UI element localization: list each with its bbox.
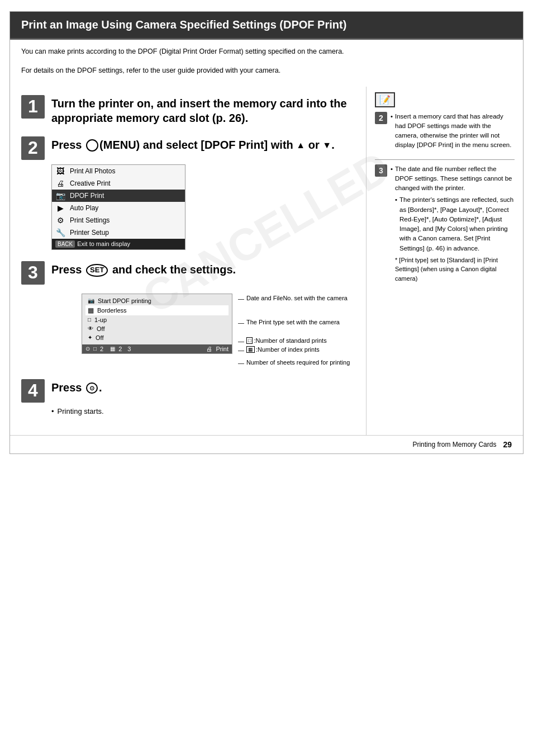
step-4-sub: • Printing starts. [51,407,355,415]
step-4-press: Press [51,381,85,394]
dpof-opt-icon: ✦ [88,334,92,341]
printer-setup-icon: 🔧 [55,228,65,237]
dpof-screen: 📷 Start DPOF printing ▦ Borderless □ [51,289,232,358]
ann-standard-text: :Number of standard prints [254,337,326,344]
dpof-standard-count: 2 [100,346,103,352]
creative-icon: 🖨 [55,179,65,188]
dpof-index-count: 2 [118,346,122,352]
right-step-3-number: 3 [375,164,387,177]
step-2-block: 2 Press (MENU) and select [DPOF Print] w… [21,136,355,250]
step-2-or: or [308,139,320,151]
dpof-off2-row: ✦ Off [85,333,229,342]
right-step-2-block: 2 Insert a memory card that has already … [375,112,515,153]
step-1-text: Turn the printer on, and insert the memo… [51,95,355,125]
step-3-number: 3 [21,261,45,285]
menu-item-printer-setup: 🔧 Printer Setup [52,226,185,239]
ann-dash-4: — [238,347,244,353]
footer-page-number: 29 [503,440,512,449]
ann-print-type: — The Print type set with the camera [238,319,355,326]
menu-back-row: BACK Exit to main display [52,239,185,249]
step-3-block: 3 Press SET and check the settings. 📷 [21,261,355,368]
dpof-borderless-icon: ▦ [88,306,94,314]
menu-item-print-settings: ⚙ Print Settings [52,214,185,226]
right-step-3-content: The date and file number reflect the DPO… [391,164,515,286]
ann-print-type-text: The Print type set with the camera [246,319,340,325]
triangle-down-icon: ▼ [322,140,331,152]
right-step-3-block: 3 The date and file number reflect the D… [375,164,515,286]
menu-item-printer-setup-label: Printer Setup [70,229,109,237]
step-3-text: Press SET and check the settings. [51,261,236,277]
ann-date-text: Date and FileNo. set with the camera [246,295,348,301]
right-step-3-sub-bullet-1: The printer's settings are reflected, su… [391,195,515,253]
step-4-text: Press ⊙. [51,379,102,395]
menu-back-text: Exit to main display [77,240,130,247]
ann-index-text: :Number of index prints [256,346,320,353]
dpof-start-label: Start DPOF printing [98,297,151,304]
menu-item-print-all: 🖼 Print All Photos [52,165,185,177]
step-4-header: 4 Press ⊙. [21,379,355,403]
dpof-redeye-icon: 👁 [88,325,93,332]
main-content: 1 Turn the printer on, and insert the me… [10,87,523,435]
step-4-end: . [99,381,102,394]
right-step-2-content: Insert a memory card that has already ha… [391,112,515,153]
ann-index-icon: ▦ [246,346,255,353]
intro-line-2: For details on the DPOF settings, refer … [21,65,512,76]
step-1-header: 1 Turn the printer on, and insert the me… [21,95,355,125]
dpof-screen-inner: 📷 Start DPOF printing ▦ Borderless □ [82,294,232,344]
right-step-3-text-1: The date and file number reflect the DPO… [395,164,515,193]
dpof-1up-icon: □ [88,316,91,323]
dpof-1up-row: □ 1-up [85,315,229,324]
dpof-off2-label: Off [96,334,103,341]
menu-mockup: 🖼 Print All Photos 🖨 Creative Print 📷 DP… [51,164,185,250]
intro-section: You can make prints according to the DPO… [10,40,523,87]
page-title: Print an Image Using Camera Specified Se… [21,18,512,31]
menu-item-dpof-label: DPOF Print [70,192,104,200]
ann-dash-2: — [238,319,244,326]
menu-item-creative-label: Creative Print [70,179,111,187]
dpof-circle-left-icon: ⊙ [85,346,90,352]
step-2-end: . [331,139,335,151]
note-icon-box: 📝 [375,92,395,107]
right-step-3-bullet-1: The date and file number reflect the DPO… [391,164,515,193]
menu-item-dpof: 📷 DPOF Print [52,190,185,202]
dpof-print-btn-label: Print [216,346,229,352]
ann-sheets-text: Number of sheets required for printing [246,359,350,366]
dpof-title-row: 📷 Start DPOF printing [85,296,229,305]
print-all-icon: 🖼 [55,167,65,176]
ann-dash-5: — [238,360,244,366]
step-4-number: 4 [21,379,45,403]
left-column: 1 Turn the printer on, and insert the me… [10,87,367,435]
autoplay-icon: ▶ [55,204,65,212]
menu-circle-icon [86,139,98,152]
step-2-text: Press (MENU) and select [DPOF Print] wit… [51,136,335,152]
ann-index: — ▦ :Number of index prints [238,346,355,353]
right-column: 📝 2 Insert a memory card that has alread… [367,87,523,435]
dpof-annotations-right: — Date and FileNo. set with the camera —… [232,289,355,368]
dpof-bottom-bar: ⊙ □ 2 ▦ 2 3 🖨 Print [82,344,232,353]
right-step-2-bullet-1: Insert a memory card that has already ha… [391,112,515,150]
dpof-content-area: 📷 Start DPOF printing ▦ Borderless □ [51,289,355,368]
dpof-borderless-label: Borderless [97,307,127,314]
dpof-off1-label: Off [97,325,104,332]
note-pencil-icon: 📝 [379,95,391,105]
step-1-number: 1 [21,95,45,119]
dpof-index-grid-icon: ▦ [110,346,115,352]
ann-dash-3: — [238,338,244,344]
dpof-print-btn-icon: 🖨 [206,346,212,352]
step-2-menu: (MENU) [99,139,140,151]
step-4-block: 4 Press ⊙. • Printing starts. [21,379,355,415]
set-icon: SET [86,264,108,277]
dpof-borderless-row: ▦ Borderless [85,305,229,315]
page-header: Print an Image Using Camera Specified Se… [10,12,523,40]
right-step-3-sub-text: The printer's settings are reflected, su… [399,195,515,253]
step-3-header: 3 Press SET and check the settings. [21,261,355,285]
print-settings-icon: ⚙ [55,216,65,225]
footer-section-label: Printing from Memory Cards [412,441,496,448]
menu-item-print-all-label: Print All Photos [70,167,115,175]
step-3-press: Press [51,263,85,276]
menu-item-autoplay-label: Auto Play [70,204,98,212]
step-4-sub-text: Printing starts. [58,407,104,415]
note-header: 📝 [375,92,515,107]
dpof-icon: 📷 [55,191,65,200]
triangle-up-icon: ▲ [296,140,305,152]
